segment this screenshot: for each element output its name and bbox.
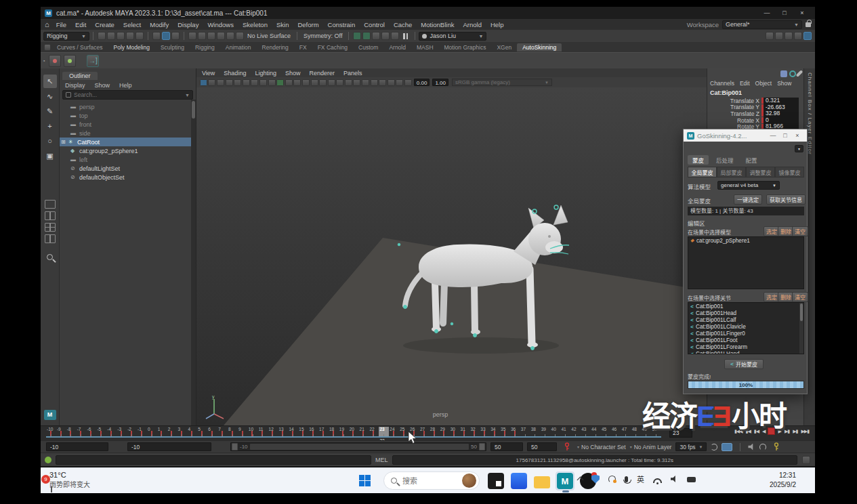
shelf-tab-custom[interactable]: Custom [353,43,383,51]
shelf-menu-icon[interactable] [44,44,51,51]
menu-constrain[interactable]: Constrain [328,21,356,28]
maximize-button[interactable]: □ [779,132,791,139]
pause-icon[interactable] [402,33,409,39]
shelf-tab-poly-modeling[interactable]: Poly Modeling [108,43,155,51]
joint-list-item[interactable]: <Cat:Bip001LForearm [688,343,803,350]
joint-list-item[interactable]: <Cat:Bip001LHand [688,350,803,354]
taskbar-app-maya[interactable]: M [556,471,574,490]
pen-device-icon[interactable] [687,477,696,482]
goskinning-subtab-局部蒙皮[interactable]: 局部蒙皮 [717,167,746,177]
timeline-frame-9[interactable]: 9 [238,427,248,436]
timeline-frame-48[interactable]: 48 [631,427,642,436]
move-tool-icon[interactable]: + [43,119,57,133]
outliner-item-top[interactable]: ▬top [60,111,191,120]
select-highlight-icon[interactable] [200,79,207,86]
algo-model-dropdown[interactable]: general v4 beta▼ [717,181,780,190]
pin-icon[interactable] [780,70,787,77]
menu-edit[interactable]: Edit [75,21,86,28]
script-editor-icon[interactable] [802,456,810,464]
security-shield-icon[interactable] [591,475,600,484]
timeline-frame--5[interactable]: -5 [96,427,106,436]
outliner-item-cat-group2-psphere1[interactable]: ◆cat:group2_pSphere1 [60,146,191,155]
toolbar-icon[interactable] [362,32,371,40]
toolbar-icon[interactable] [293,79,301,86]
zoom-tool-icon[interactable] [47,254,53,260]
close-button[interactable]: × [791,132,803,139]
split-pane-layout-icon[interactable] [45,234,56,243]
toolbar-icon[interactable] [188,32,196,40]
shelf-tab-sculpting[interactable]: Sculpting [155,43,190,51]
toolbar-icon[interactable] [372,32,380,40]
symmetry-label[interactable]: Symmetry: Off [304,33,342,39]
menu-control[interactable]: Control [364,21,385,28]
range-start-handle[interactable] [232,443,238,450]
four-pane-layout-icon[interactable] [45,223,56,232]
timeline-frame-34[interactable]: 34 [490,427,500,436]
channel-menu-edit[interactable]: Edit [740,80,750,87]
toolbar-icon[interactable] [98,32,106,40]
volume-icon[interactable] [671,476,678,482]
timeline-frame--6[interactable]: -6 [87,427,97,436]
timeline-frame-17[interactable]: 17 [318,427,329,436]
timeline-frame-13[interactable]: 13 [278,427,288,436]
timeline-frame-37[interactable]: 37 [520,427,530,436]
viewport-menu-renderer[interactable]: Renderer [309,70,335,77]
timeline-frame--9[interactable]: -9 [56,427,66,436]
command-output[interactable]: 1756783121.1132958@autoskinning.launcher… [392,455,797,465]
timeline-frame--2[interactable]: -2 [127,427,137,436]
shelf-tab-xgen[interactable]: XGen [491,43,517,51]
menuset-dropdown[interactable]: Rigging▼ [43,32,89,41]
search-input[interactable] [402,477,455,485]
timeline-frame-16[interactable]: 16 [308,427,318,436]
autoskin-shelf-tool-1[interactable] [49,55,61,67]
shelf-tab-curves-surfaces[interactable]: Curves / Surfaces [51,43,108,51]
cat-model[interactable] [379,203,583,365]
range-end-handle[interactable] [479,443,485,450]
toolbar-icon[interactable] [404,79,412,86]
toolbar-icon[interactable] [766,32,774,40]
timeline-frame-5[interactable]: 5 [197,427,207,436]
toolbar-icon[interactable] [243,79,250,86]
timeline-frame-23[interactable]: 2323 [379,427,389,436]
toolbar-icon[interactable] [126,32,134,40]
menu-file[interactable]: File [56,21,66,28]
joint-list-item[interactable]: <Cat:Bip001LCalf [688,316,803,323]
toolbar-icon[interactable] [226,32,234,40]
toolbar-icon[interactable] [217,32,225,40]
toolbar-icon[interactable] [226,79,233,86]
menu-deform[interactable]: Deform [297,21,318,28]
minimize-button[interactable]: — [767,132,779,139]
colorspace-dropdown[interactable]: sRGB gamma (legacy)▼ [452,79,552,86]
timeline-frame-12[interactable]: 12 [268,427,278,436]
timeline-frame-7[interactable]: 7 [217,427,228,436]
workspace-dropdown[interactable]: General*▼ [722,20,802,29]
toolbar-icon[interactable] [775,32,783,40]
lasso-tool-icon[interactable]: ∿ [43,89,57,103]
toolbar-icon[interactable] [117,32,125,40]
outliner-item-defaultobjectset[interactable]: ⊘defaultObjectSet [60,173,191,182]
outliner-tab[interactable]: Outliner [62,72,98,80]
toolbar-icon[interactable] [362,79,369,86]
channel-menu-show[interactable]: Show [777,80,791,87]
toolbar-icon[interactable] [217,79,224,86]
shelf-tab-rendering[interactable]: Rendering [257,43,294,51]
settings-dropdown[interactable]: ▾ [795,145,803,152]
start-button[interactable] [359,475,371,486]
menu-modify[interactable]: Modify [150,21,169,28]
timeline-frame-41[interactable]: 41 [560,427,570,436]
menu-display[interactable]: Display [177,21,198,28]
set-key-icon[interactable] [564,442,570,451]
timeline-frame-43[interactable]: 43 [581,427,591,436]
toolbar-icon[interactable] [302,79,310,86]
joint-clear-button[interactable]: 清空 [792,292,808,302]
exit-tool-icon[interactable]: →] [87,55,99,67]
workspace-lock-icon[interactable] [806,22,811,27]
shelf-tab-fx[interactable]: FX [294,43,312,51]
timeline-frame-1[interactable]: 1 [157,427,167,436]
timeline-frame-20[interactable]: 20 [349,427,359,436]
channel-box-toggle[interactable] [803,32,812,40]
outliner-item-front[interactable]: ▬front [60,120,191,129]
anim-layer-dropdown[interactable]: ▾No Anim Layer [630,444,672,450]
start-skinning-button[interactable]: < 开始蒙皮 [724,359,764,369]
character-set-dropdown[interactable]: ▾No Character Set [577,444,626,450]
